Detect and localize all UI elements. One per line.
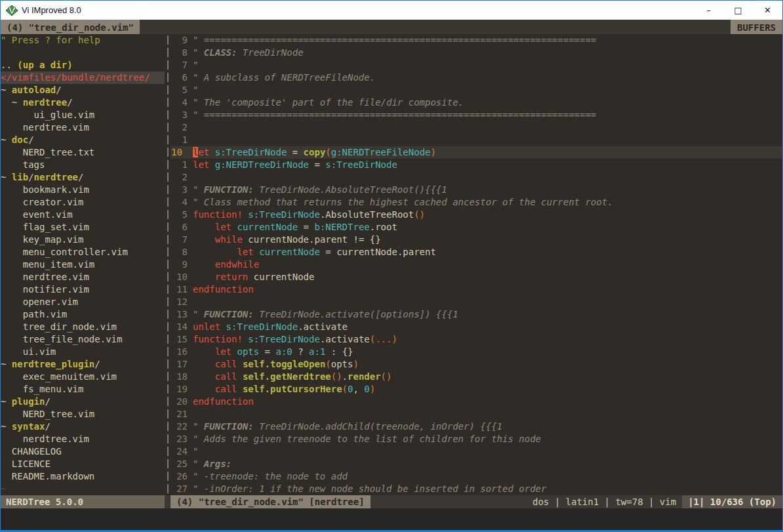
code-line[interactable]: 6" A subclass of NERDTreeFileNode. bbox=[171, 72, 782, 84]
tree-item[interactable]: ~ doc/ bbox=[1, 134, 165, 146]
tree-item[interactable]: exec_menuitem.vim bbox=[1, 371, 165, 383]
code-line[interactable]: 7 while currentNode.parent != {} bbox=[171, 234, 782, 246]
tree-item[interactable]: nerdtree.vim bbox=[1, 433, 165, 445]
code-line[interactable]: 3" FUNCTION: TreeDirNode.AbsoluteTreeRoo… bbox=[171, 184, 782, 196]
tree-item[interactable]: " Press ? for help bbox=[1, 34, 165, 47]
code-line[interactable]: 6 let currentNode = b:NERDTree.root bbox=[171, 221, 782, 234]
code-line[interactable]: 19 call self.putCursorHere(0, 0) bbox=[171, 383, 782, 396]
code-line[interactable]: 9 endwhile bbox=[171, 258, 782, 271]
tree-item[interactable]: path.vim bbox=[1, 308, 165, 321]
tree-item[interactable]: ui_glue.vim bbox=[1, 109, 165, 121]
token bbox=[193, 234, 215, 245]
tree-item[interactable]: ~ nerdtree/ bbox=[1, 96, 165, 109]
tree-item[interactable]: ~ nerdtree_plugin/ bbox=[1, 358, 165, 371]
code-line[interactable]: 12 bbox=[171, 296, 782, 308]
tree-item[interactable]: notifier.vim bbox=[1, 283, 165, 296]
tree-item[interactable]: LICENCE bbox=[1, 458, 165, 470]
code-line[interactable]: 9" =====================================… bbox=[171, 34, 782, 47]
line-number: 1 bbox=[171, 134, 193, 146]
tree-item[interactable]: bookmark.vim bbox=[1, 184, 165, 196]
line-text: " bbox=[193, 84, 198, 96]
close-button[interactable]: ✕ bbox=[753, 1, 782, 20]
code-line[interactable]: 1 bbox=[171, 134, 782, 146]
code-line[interactable]: 20endfunction bbox=[171, 396, 782, 408]
code-line[interactable]: 23" Adds the given treenode to the list … bbox=[171, 433, 782, 445]
line-number: 5 bbox=[171, 84, 193, 96]
code-line[interactable]: 13" FUNCTION: TreeDirNode.activate([opti… bbox=[171, 308, 782, 321]
token: " bbox=[193, 184, 204, 195]
code-line[interactable]: 11endfunction bbox=[171, 283, 782, 296]
code-line[interactable]: 4" Class method that returns the highest… bbox=[171, 196, 782, 209]
token: TreeDirNode bbox=[237, 47, 303, 58]
tree-item[interactable]: menu_controller.vim bbox=[1, 246, 165, 258]
token: a:0 bbox=[275, 346, 292, 357]
code-line[interactable]: 21 bbox=[171, 408, 782, 420]
tree-item[interactable]: NERD_tree.txt bbox=[1, 146, 165, 159]
tree-item[interactable]: </vimfiles/bundle/nerdtree/ bbox=[1, 72, 165, 84]
tree-item[interactable]: README.markdown bbox=[1, 470, 165, 483]
token: </vimfiles/bundle/nerdtree/ bbox=[1, 72, 150, 83]
code-line[interactable]: 5function! s:TreeDirNode.AbsoluteTreeRoo… bbox=[171, 209, 782, 221]
code-line[interactable]: 10let s:TreeDirNode = copy(g:NERDTreeFil… bbox=[171, 146, 782, 159]
code-line[interactable]: 5" bbox=[171, 84, 782, 96]
code-line[interactable]: 22" FUNCTION: TreeDirNode.addChild(treen… bbox=[171, 420, 782, 433]
token: ~ bbox=[1, 359, 12, 369]
token: unlet bbox=[193, 321, 220, 332]
code-line[interactable]: 4" The 'composite' part of the file/dir … bbox=[171, 96, 782, 109]
token: / bbox=[28, 134, 33, 145]
code-line[interactable]: 25" Args: bbox=[171, 458, 782, 470]
code-line[interactable]: 24" bbox=[171, 445, 782, 458]
code-line[interactable]: 15function! s:TreeDirNode.activate(...) bbox=[171, 333, 782, 346]
tree-item[interactable]: nerdtree.vim bbox=[1, 271, 165, 283]
tree-item[interactable]: ~ syntax/ bbox=[1, 420, 165, 433]
tree-item[interactable]: CHANGELOG bbox=[1, 445, 165, 458]
code-line[interactable]: 8" CLASS: TreeDirNode bbox=[171, 47, 782, 59]
tree-item[interactable]: ~ autoload/ bbox=[1, 84, 165, 96]
token: " bbox=[193, 309, 204, 319]
vertical-split-separator[interactable] bbox=[165, 34, 171, 495]
tree-item[interactable]: tags bbox=[1, 159, 165, 171]
tree-item[interactable]: nerdtree.vim bbox=[1, 121, 165, 134]
tree-item[interactable]: tree_dir_node.vim bbox=[1, 321, 165, 333]
token: CLASS: bbox=[204, 47, 237, 58]
code-line[interactable]: 27" -inOrder: 1 if the new node should b… bbox=[171, 483, 782, 495]
token: " Press ? for help bbox=[1, 35, 100, 45]
code-line[interactable]: 2 bbox=[171, 171, 782, 184]
tree-item[interactable]: key_map.vim bbox=[1, 234, 165, 246]
code-line[interactable]: 3" =====================================… bbox=[171, 109, 782, 121]
code-line[interactable]: 7" bbox=[171, 59, 782, 72]
token: doc bbox=[12, 134, 28, 145]
tree-item[interactable]: ui.vim bbox=[1, 346, 165, 358]
token: ) bbox=[353, 359, 358, 369]
tree-item[interactable]: .. (up a dir) bbox=[1, 59, 165, 72]
code-line[interactable]: 14unlet s:TreeDirNode.activate bbox=[171, 321, 782, 333]
tree-item[interactable]: creator.vim bbox=[1, 196, 165, 209]
code-line[interactable]: 1let g:NERDTreeDirNode = s:TreeDirNode bbox=[171, 159, 782, 171]
tree-item[interactable]: opener.vim bbox=[1, 296, 165, 308]
token: , bbox=[353, 384, 364, 394]
command-line[interactable] bbox=[1, 508, 782, 530]
code-line[interactable]: 18 call self.getNerdtree().render() bbox=[171, 371, 782, 383]
line-number: 5 bbox=[171, 209, 193, 221]
token: fs_menu.vim bbox=[1, 384, 83, 394]
code-line[interactable]: 10 return currentNode bbox=[171, 271, 782, 283]
maximize-button[interactable]: □ bbox=[723, 1, 753, 20]
tree-item[interactable]: fs_menu.vim bbox=[1, 383, 165, 396]
code-line[interactable]: 26" -treenode: the node to add bbox=[171, 470, 782, 483]
tree-item[interactable]: ~ bbox=[1, 483, 165, 495]
code-line[interactable]: 8 let currentNode = currentNode.parent bbox=[171, 246, 782, 258]
tree-item[interactable]: NERD_tree.vim bbox=[1, 408, 165, 420]
tree-item[interactable]: event.vim bbox=[1, 209, 165, 221]
tree-item[interactable] bbox=[1, 47, 165, 59]
tree-item[interactable]: tree_file_node.vim bbox=[1, 333, 165, 346]
tree-item[interactable]: flag_set.vim bbox=[1, 221, 165, 234]
line-text: let s:TreeDirNode = copy(g:NERDTreeFileN… bbox=[193, 146, 436, 159]
tree-item[interactable]: menu_item.vim bbox=[1, 258, 165, 271]
code-line[interactable]: 17 call self.toggleOpen(opts) bbox=[171, 358, 782, 371]
minimize-button[interactable]: – bbox=[694, 1, 723, 20]
tree-item[interactable]: ~ lib/nerdtree/ bbox=[1, 171, 165, 184]
code-line[interactable]: 16 let opts = a:0 ? a:1 : {} bbox=[171, 346, 782, 358]
tree-item[interactable]: ~ plugin/ bbox=[1, 396, 165, 408]
code-line[interactable]: 2 bbox=[171, 121, 782, 134]
tab-tree-dir-node[interactable]: (4) "tree_dir_node.vim" bbox=[1, 20, 140, 34]
